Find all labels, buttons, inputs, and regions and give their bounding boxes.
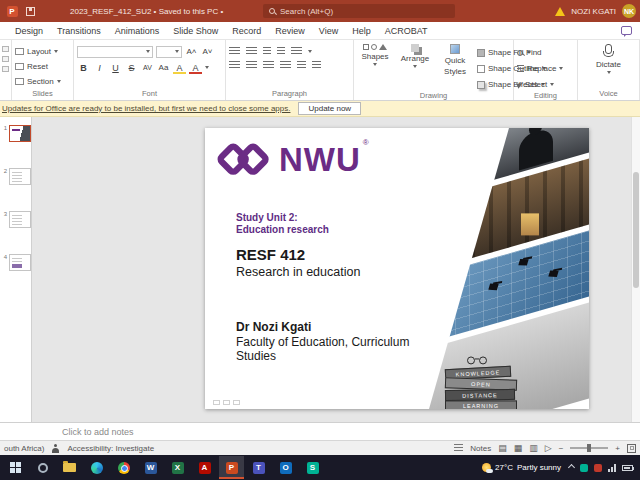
zoom-out-button[interactable]: − [559,444,564,453]
tab-animations[interactable]: Animations [108,22,167,40]
slide-sorter-view-icon[interactable]: ▦ [514,443,523,453]
weather-condition: Partly sunny [517,463,561,472]
slide-subtitle[interactable]: Study Unit 2: Education research [236,212,329,236]
decrease-indent-icon[interactable] [263,47,271,56]
save-icon[interactable] [24,5,36,17]
battery-icon[interactable] [622,465,633,471]
decrease-font-icon[interactable]: A˅ [201,45,214,58]
slide-thumbnail-2[interactable] [9,168,31,185]
drawing-group: Shapes Arrange Quick Styles Shape Fill S… [354,40,514,100]
start-button[interactable] [3,456,28,479]
select-button[interactable]: Select [517,78,554,91]
course-code[interactable]: RESF 412 [236,246,305,263]
align-left-icon[interactable] [229,61,240,70]
font-color-button[interactable]: A [189,61,202,74]
tab-view[interactable]: View [312,22,345,40]
tray-icon[interactable] [580,464,588,472]
increase-font-icon[interactable]: A˄ [185,45,198,58]
align-center-icon[interactable] [246,61,257,70]
dictate-button[interactable]: Dictate [591,42,627,74]
canvas-scrollbar[interactable] [631,117,640,422]
clipboard-icon[interactable] [2,46,9,52]
search-placeholder: Search (Alt+Q) [280,7,333,16]
normal-view-icon[interactable]: ▤ [498,443,507,453]
slideshow-view-icon[interactable]: ▷ [545,443,552,453]
tab-review[interactable]: Review [268,22,312,40]
taskbar-store[interactable]: S [300,456,325,479]
font-name-input[interactable] [77,46,153,58]
tab-help[interactable]: Help [345,22,378,40]
bullets-icon[interactable] [229,47,240,56]
author-affiliation[interactable]: Faculty of Education, Curriculum Studies [236,335,416,363]
language-status[interactable]: outh Africa) [4,444,44,453]
taskbar-excel[interactable]: X [165,456,190,479]
zoom-slider-thumb[interactable] [587,444,591,452]
update-now-button[interactable]: Update now [298,102,361,115]
weather-widget[interactable]: 27°C Partly sunny [482,463,567,472]
chevron-up-icon[interactable] [568,464,575,471]
taskbar-file-explorer[interactable] [57,456,82,479]
strikethrough-button[interactable]: S [125,61,138,74]
character-spacing-button[interactable]: AV [141,61,154,74]
slide-thumbnail-4[interactable] [9,254,31,271]
taskbar-settings[interactable] [30,456,55,479]
warning-icon[interactable] [555,7,565,16]
notes-toggle-button[interactable]: Notes [470,444,491,453]
tab-acrobat[interactable]: ACROBAT [378,22,435,40]
author-name[interactable]: Dr Nozi Kgati [236,320,311,334]
bold-button[interactable]: B [77,61,90,74]
font-size-input[interactable] [156,46,182,58]
line-spacing-icon[interactable] [312,61,321,70]
italic-button[interactable]: I [93,61,106,74]
slide-thumbnail-3[interactable] [9,211,31,228]
tab-slide-show[interactable]: Slide Show [166,22,225,40]
taskbar-teams[interactable]: T [246,456,271,479]
taskbar-chrome[interactable] [111,456,136,479]
section-button[interactable]: Section [15,75,61,88]
accessibility-status[interactable]: Accessibility: Investigate [67,444,154,453]
comments-icon[interactable] [621,26,632,35]
taskbar-powerpoint[interactable]: P [219,456,244,479]
zoom-slider[interactable] [570,447,608,449]
increase-indent-icon[interactable] [277,47,285,56]
find-button[interactable]: Find [517,46,542,59]
avatar[interactable]: NK [622,4,636,18]
underline-button[interactable]: U [109,61,122,74]
network-icon[interactable] [608,464,616,472]
tray-icon[interactable] [594,464,602,472]
shapes-button[interactable]: Shapes [357,42,393,66]
tab-design[interactable]: Design [8,22,50,40]
zoom-in-button[interactable]: + [615,444,620,453]
arrange-button[interactable]: Arrange [397,42,433,68]
ribbon: Layout Reset Section Slides A˄ A˅ B I U … [0,40,640,101]
update-message-link[interactable]: Updates for Office are ready to be insta… [2,104,290,113]
new-slide-icon[interactable] [2,56,9,62]
course-name[interactable]: Research in education [236,265,360,279]
taskbar-acrobat[interactable]: A [192,456,217,479]
align-right-icon[interactable] [263,61,274,70]
highlight-color-button[interactable]: A [173,61,186,74]
change-case-button[interactable]: Aa [157,61,170,74]
layout-button[interactable]: Layout [15,45,58,58]
search-input[interactable]: Search (Alt+Q) [263,4,455,18]
notes-pane[interactable]: Click to add notes [0,422,640,440]
taskbar-edge[interactable] [84,456,109,479]
replace-button[interactable]: Replace [517,62,563,75]
taskbar-word[interactable]: W [138,456,163,479]
chevron-down-icon[interactable] [205,66,209,69]
slide-canvas[interactable]: NWU® Study Unit 2: Education research RE… [205,128,589,409]
justify-icon[interactable] [280,61,291,70]
tab-transitions[interactable]: Transitions [50,22,108,40]
columns-icon[interactable] [297,61,306,70]
slide-icon[interactable] [2,66,9,72]
quick-styles-button[interactable]: Quick Styles [437,42,473,76]
numbering-icon[interactable] [246,47,257,56]
reading-view-icon[interactable]: ▥ [529,443,538,453]
text-direction-icon[interactable] [291,47,302,56]
fit-slide-icon[interactable] [627,444,636,453]
taskbar-outlook[interactable]: O [273,456,298,479]
scrollbar-thumb[interactable] [633,172,639,288]
reset-button[interactable]: Reset [15,60,48,73]
slide-thumbnail-1[interactable] [9,125,31,142]
tab-record[interactable]: Record [225,22,268,40]
